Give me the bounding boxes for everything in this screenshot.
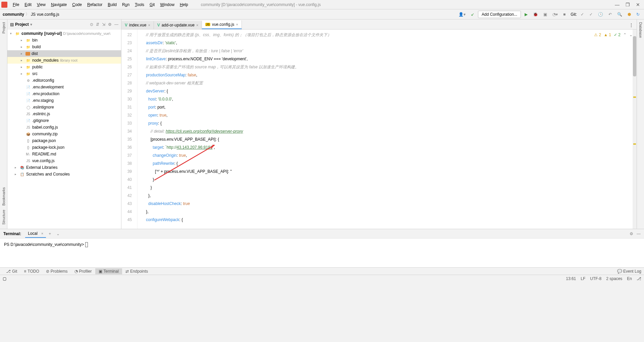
search-icon[interactable]: 🔍 (615, 11, 624, 18)
close-button[interactable]: ✕ (636, 2, 640, 7)
indent-settings[interactable]: 2 spaces (606, 276, 622, 281)
ide-settings-icon[interactable]: ⬢ (626, 11, 633, 18)
git-branch-icon[interactable]: ⎇ (637, 276, 641, 281)
menu-file[interactable]: FFileile (10, 1, 22, 8)
tree-ext-libs[interactable]: ▸📚External Libraries (7, 164, 121, 171)
menu-refactor[interactable]: Refactor (85, 1, 105, 8)
terminal-tab-local[interactable]: Local× (25, 230, 46, 238)
tab-index-vue[interactable]: Vindex.vue× (121, 21, 154, 29)
hide-panel-icon[interactable]: — (114, 22, 118, 27)
git-history-icon[interactable]: 🕓 (596, 11, 605, 18)
editor-scrollbar[interactable] (633, 29, 637, 229)
menu-view[interactable]: View (34, 1, 48, 8)
project-dropdown-chevron[interactable]: ▾ (30, 22, 32, 27)
locate-icon[interactable]: ⊙ (90, 22, 93, 27)
git-rollback-icon[interactable]: ↶ (607, 11, 613, 18)
tree-community-zip[interactable]: 📦community.zip (7, 131, 121, 137)
file-encoding[interactable]: UTF-8 (590, 276, 601, 281)
bottom-git[interactable]: ⎇ Git (3, 268, 20, 274)
right-database-tab[interactable]: Database (639, 22, 643, 38)
event-log[interactable]: 💬 Event Log (617, 269, 641, 274)
settings-icon[interactable]: ⚙ (108, 22, 112, 27)
bottom-problems[interactable]: ⊘ Problems (43, 268, 71, 274)
profile-button[interactable]: ◔▾ (551, 11, 559, 18)
tree-bin[interactable]: ▸📁bin (7, 37, 121, 44)
add-configuration-button[interactable]: Add Configuration... (478, 11, 521, 18)
breadcrumb-file[interactable]: vue.config.js (37, 12, 59, 17)
warning-marker[interactable] (633, 96, 636, 98)
code-editor[interactable]: 2223242526272829303132333435363738394041… (121, 29, 637, 229)
bottom-endpoints[interactable]: ⇄ Endpoints (122, 268, 151, 274)
line-separator[interactable]: LF (581, 276, 585, 281)
tree-src[interactable]: ▸📁src (7, 70, 121, 77)
menu-edit[interactable]: Edit (22, 1, 34, 8)
ide-update-icon[interactable]: ↻ (635, 11, 641, 18)
tree-env-prod[interactable]: 📄.env.production (7, 90, 121, 97)
terminal-dropdown[interactable]: ⌄ (54, 230, 62, 237)
left-bookmarks-tab[interactable]: Bookmarks (2, 187, 6, 206)
terminal-hide-icon[interactable]: — (637, 231, 641, 236)
tree-babel[interactable]: JSbabel.config.js (7, 124, 121, 131)
menu-run[interactable]: Run (119, 1, 132, 8)
coverage-button[interactable]: ▣ (542, 11, 549, 18)
scrollbar-thumb[interactable] (633, 36, 636, 76)
menu-tools[interactable]: Tools (132, 1, 147, 8)
tab-vue-config[interactable]: JSvue.config.js× (202, 20, 242, 29)
tree-eslintrc[interactable]: JS.eslintrc.js (7, 111, 121, 117)
bottom-todo[interactable]: ≡ TODO (20, 268, 42, 274)
project-dropdown-icon[interactable]: ▤ (10, 22, 14, 27)
close-tab-icon[interactable]: × (196, 23, 198, 27)
cursor-position[interactable]: 13:61 (566, 276, 576, 281)
terminal-body[interactable]: PS D:\javacode\community_vue\community> (0, 238, 644, 267)
close-tab-icon[interactable]: × (236, 22, 238, 26)
menu-code[interactable]: Code (69, 1, 85, 8)
menu-navigate[interactable]: Navigate (48, 1, 69, 8)
stop-button[interactable]: ■ (561, 11, 567, 18)
code-content[interactable]: ⚠ 2 ▲ 1 ✓ 2 ⌃ ⌄ // 用于放置生成的静态资源 (js、css、i… (138, 29, 637, 229)
tree-package-lock[interactable]: {}package-lock.json (7, 144, 121, 151)
warning-marker[interactable] (633, 143, 636, 145)
input-lang[interactable]: En (627, 276, 632, 281)
tree-scratches[interactable]: ▸📋Scratches and Consoles (7, 171, 121, 178)
left-project-tab[interactable]: Project (2, 22, 6, 33)
tabs-menu-icon[interactable]: ⋮ (626, 21, 637, 29)
terminal-add-tab[interactable]: + (46, 230, 54, 237)
tree-package-json[interactable]: {}package.json (7, 137, 121, 144)
tab-add-or-update[interactable]: Vadd-or-update.vue× (154, 21, 202, 29)
git-commit-icon[interactable]: ✓ (588, 11, 594, 18)
terminal-prompt: PS D:\javacode\community_vue\community> (4, 242, 85, 247)
menu-help[interactable]: Help (177, 1, 191, 8)
tree-root[interactable]: ▾📁 community [ruoyi-ui] D:\javacode\comm… (7, 30, 121, 37)
menu-build[interactable]: Build (105, 1, 119, 8)
run-button[interactable]: ▶ (523, 11, 529, 18)
expand-icon[interactable]: ⇵ (96, 22, 99, 27)
tree-readme[interactable]: M↓README.md (7, 151, 121, 157)
menu-window[interactable]: Window (157, 1, 177, 8)
tree-build[interactable]: ▸📁build (7, 44, 121, 50)
tree-env-dev[interactable]: 📄.env.development (7, 84, 121, 90)
git-update-icon[interactable]: ✓ (579, 11, 586, 18)
bottom-profiler[interactable]: ◔ Profiler (71, 268, 95, 274)
tree-vue-config[interactable]: JSvue.config.js (7, 157, 121, 164)
left-structure-tab[interactable]: Structure (2, 210, 6, 225)
breadcrumb-root[interactable]: community (3, 12, 24, 17)
collapse-icon[interactable]: ⇲ (102, 22, 105, 27)
hammer-icon[interactable]: ↙ (469, 11, 476, 18)
close-tab-icon[interactable]: × (148, 23, 150, 27)
tree-editorconfig[interactable]: ⚙.editorconfig (7, 77, 121, 84)
tree-node-modules[interactable]: ▸📁node_moduleslibrary root (7, 57, 121, 64)
tree-public[interactable]: ▸📁public (7, 64, 121, 70)
tree-eslintignore[interactable]: ◯.eslintignore (7, 104, 121, 111)
menu-git[interactable]: Git (147, 1, 157, 8)
bottom-terminal[interactable]: ▣ Terminal (95, 268, 122, 274)
tree-env-staging[interactable]: 📄.env.staging (7, 97, 121, 104)
tree-gitignore[interactable]: 📄.gitignore (7, 117, 121, 124)
debug-button[interactable]: 🐞 (531, 11, 540, 18)
terminal-settings-icon[interactable]: ⚙ (630, 231, 633, 236)
inspection-widget[interactable]: ⚠ 2 ▲ 1 ✓ 2 ⌃ ⌄ (594, 31, 633, 39)
tree-dist[interactable]: ▸dist (7, 50, 121, 57)
user-icon[interactable]: 👤▾ (457, 11, 467, 18)
minimize-button[interactable]: — (615, 2, 620, 7)
project-tree[interactable]: ▾📁 community [ruoyi-ui] D:\javacode\comm… (7, 29, 121, 229)
maximize-button[interactable]: ❐ (626, 2, 630, 7)
